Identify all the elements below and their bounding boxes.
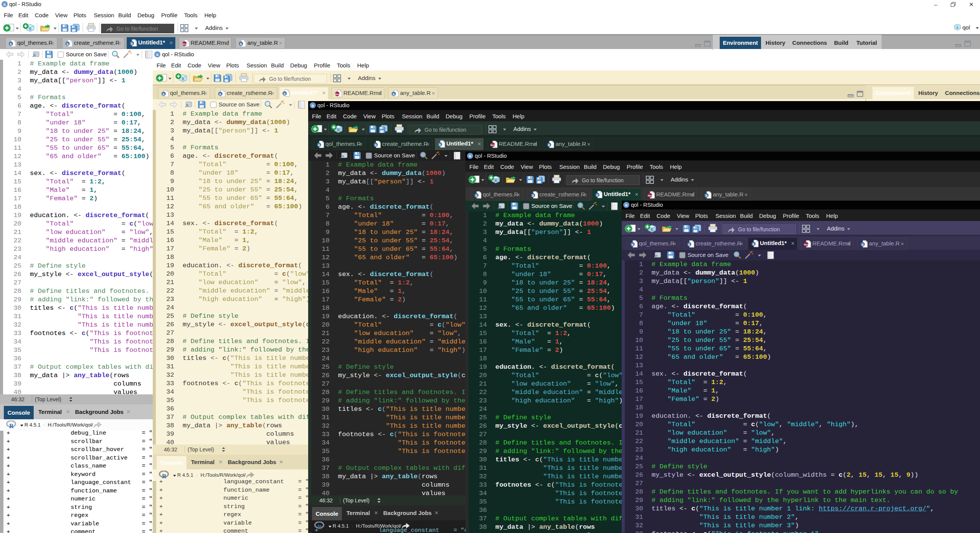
svg-text:R: R bbox=[156, 53, 159, 57]
svg-text:R: R bbox=[284, 92, 286, 96]
svg-text:Rmd: Rmd bbox=[648, 195, 652, 197]
svg-text:R: R bbox=[548, 144, 550, 147]
svg-text:R: R bbox=[495, 178, 497, 183]
svg-text:R: R bbox=[337, 128, 340, 132]
svg-text:R: R bbox=[651, 227, 653, 232]
svg-text:R: R bbox=[318, 144, 320, 147]
svg-text:R: R bbox=[688, 243, 691, 247]
svg-text:R: R bbox=[862, 243, 864, 247]
svg-text:R: R bbox=[131, 42, 133, 46]
svg-text:R: R bbox=[393, 93, 395, 96]
svg-text:Rmd: Rmd bbox=[182, 43, 187, 45]
svg-text:R: R bbox=[312, 104, 314, 108]
svg-text:R: R bbox=[163, 93, 165, 96]
svg-text:R: R bbox=[240, 43, 242, 46]
svg-text:Rmd: Rmd bbox=[335, 93, 340, 95]
svg-text:R: R bbox=[625, 203, 628, 207]
svg-text:R: R bbox=[439, 143, 441, 147]
svg-text:R: R bbox=[9, 423, 14, 429]
svg-text:R: R bbox=[3, 3, 6, 7]
svg-text:R: R bbox=[29, 27, 32, 31]
svg-text:R: R bbox=[596, 194, 599, 197]
svg-text:R: R bbox=[706, 194, 708, 198]
svg-text:Rmd: Rmd bbox=[490, 144, 495, 146]
svg-text:R: R bbox=[475, 194, 478, 198]
svg-text:R: R bbox=[469, 154, 472, 158]
svg-text:R: R bbox=[67, 43, 69, 46]
svg-text:R: R bbox=[10, 43, 12, 46]
svg-text:R: R bbox=[219, 93, 222, 96]
svg-text:R: R bbox=[375, 144, 377, 147]
svg-text:R: R bbox=[956, 26, 959, 29]
svg-text:R: R bbox=[753, 243, 755, 246]
svg-text:R: R bbox=[532, 194, 534, 198]
svg-text:R: R bbox=[182, 77, 185, 81]
svg-text:R: R bbox=[632, 243, 634, 247]
svg-text:Rmd: Rmd bbox=[804, 244, 808, 246]
